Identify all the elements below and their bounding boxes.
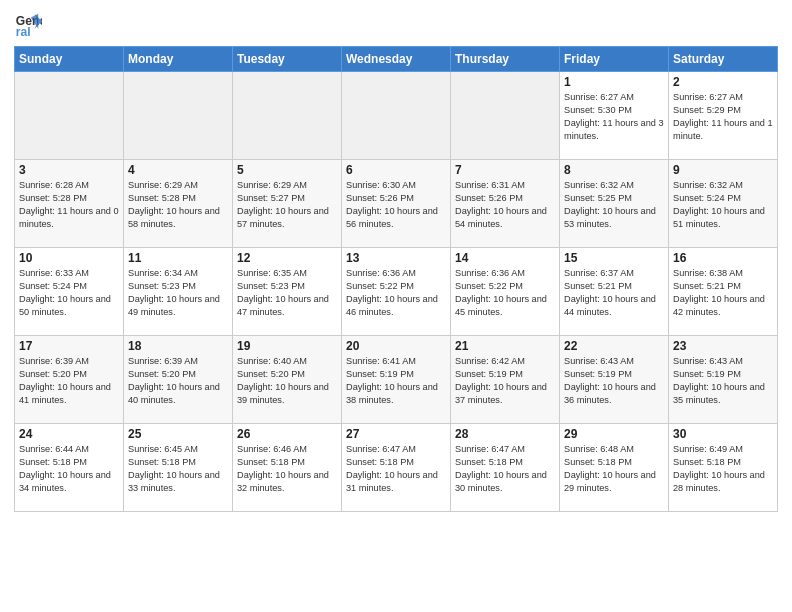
calendar-table: SundayMondayTuesdayWednesdayThursdayFrid… xyxy=(14,46,778,512)
day-info: Sunrise: 6:36 AM Sunset: 5:22 PM Dayligh… xyxy=(455,267,555,319)
day-info: Sunrise: 6:41 AM Sunset: 5:19 PM Dayligh… xyxy=(346,355,446,407)
day-info: Sunrise: 6:49 AM Sunset: 5:18 PM Dayligh… xyxy=(673,443,773,495)
day-number: 15 xyxy=(564,251,664,265)
day-cell: 24Sunrise: 6:44 AM Sunset: 5:18 PM Dayli… xyxy=(15,424,124,512)
day-info: Sunrise: 6:33 AM Sunset: 5:24 PM Dayligh… xyxy=(19,267,119,319)
header-cell-sunday: Sunday xyxy=(15,47,124,72)
logo: Gene ral xyxy=(14,10,46,38)
week-row-3: 10Sunrise: 6:33 AM Sunset: 5:24 PM Dayli… xyxy=(15,248,778,336)
day-number: 3 xyxy=(19,163,119,177)
day-number: 6 xyxy=(346,163,446,177)
day-cell: 13Sunrise: 6:36 AM Sunset: 5:22 PM Dayli… xyxy=(342,248,451,336)
calendar-body: 1Sunrise: 6:27 AM Sunset: 5:30 PM Daylig… xyxy=(15,72,778,512)
day-info: Sunrise: 6:43 AM Sunset: 5:19 PM Dayligh… xyxy=(673,355,773,407)
day-number: 12 xyxy=(237,251,337,265)
day-cell: 3Sunrise: 6:28 AM Sunset: 5:28 PM Daylig… xyxy=(15,160,124,248)
day-cell: 2Sunrise: 6:27 AM Sunset: 5:29 PM Daylig… xyxy=(669,72,778,160)
day-info: Sunrise: 6:43 AM Sunset: 5:19 PM Dayligh… xyxy=(564,355,664,407)
day-info: Sunrise: 6:29 AM Sunset: 5:27 PM Dayligh… xyxy=(237,179,337,231)
main-container: Gene ral SundayMondayTuesdayWednesdayThu… xyxy=(0,0,792,518)
header-cell-tuesday: Tuesday xyxy=(233,47,342,72)
header-cell-saturday: Saturday xyxy=(669,47,778,72)
day-cell xyxy=(342,72,451,160)
day-number: 16 xyxy=(673,251,773,265)
day-number: 2 xyxy=(673,75,773,89)
day-cell: 14Sunrise: 6:36 AM Sunset: 5:22 PM Dayli… xyxy=(451,248,560,336)
day-number: 24 xyxy=(19,427,119,441)
day-cell: 25Sunrise: 6:45 AM Sunset: 5:18 PM Dayli… xyxy=(124,424,233,512)
day-number: 29 xyxy=(564,427,664,441)
day-cell xyxy=(124,72,233,160)
day-cell: 26Sunrise: 6:46 AM Sunset: 5:18 PM Dayli… xyxy=(233,424,342,512)
day-info: Sunrise: 6:39 AM Sunset: 5:20 PM Dayligh… xyxy=(128,355,228,407)
day-info: Sunrise: 6:30 AM Sunset: 5:26 PM Dayligh… xyxy=(346,179,446,231)
day-info: Sunrise: 6:27 AM Sunset: 5:30 PM Dayligh… xyxy=(564,91,664,143)
day-info: Sunrise: 6:38 AM Sunset: 5:21 PM Dayligh… xyxy=(673,267,773,319)
week-row-5: 24Sunrise: 6:44 AM Sunset: 5:18 PM Dayli… xyxy=(15,424,778,512)
day-number: 1 xyxy=(564,75,664,89)
day-cell: 12Sunrise: 6:35 AM Sunset: 5:23 PM Dayli… xyxy=(233,248,342,336)
day-info: Sunrise: 6:36 AM Sunset: 5:22 PM Dayligh… xyxy=(346,267,446,319)
day-number: 18 xyxy=(128,339,228,353)
day-info: Sunrise: 6:44 AM Sunset: 5:18 PM Dayligh… xyxy=(19,443,119,495)
day-info: Sunrise: 6:46 AM Sunset: 5:18 PM Dayligh… xyxy=(237,443,337,495)
day-info: Sunrise: 6:39 AM Sunset: 5:20 PM Dayligh… xyxy=(19,355,119,407)
day-number: 26 xyxy=(237,427,337,441)
day-info: Sunrise: 6:47 AM Sunset: 5:18 PM Dayligh… xyxy=(346,443,446,495)
day-cell: 6Sunrise: 6:30 AM Sunset: 5:26 PM Daylig… xyxy=(342,160,451,248)
day-cell: 22Sunrise: 6:43 AM Sunset: 5:19 PM Dayli… xyxy=(560,336,669,424)
day-number: 20 xyxy=(346,339,446,353)
day-info: Sunrise: 6:34 AM Sunset: 5:23 PM Dayligh… xyxy=(128,267,228,319)
day-cell: 21Sunrise: 6:42 AM Sunset: 5:19 PM Dayli… xyxy=(451,336,560,424)
day-number: 30 xyxy=(673,427,773,441)
day-cell: 15Sunrise: 6:37 AM Sunset: 5:21 PM Dayli… xyxy=(560,248,669,336)
day-number: 21 xyxy=(455,339,555,353)
day-cell: 23Sunrise: 6:43 AM Sunset: 5:19 PM Dayli… xyxy=(669,336,778,424)
day-cell: 29Sunrise: 6:48 AM Sunset: 5:18 PM Dayli… xyxy=(560,424,669,512)
header-row: SundayMondayTuesdayWednesdayThursdayFrid… xyxy=(15,47,778,72)
day-number: 17 xyxy=(19,339,119,353)
logo-icon: Gene ral xyxy=(14,10,42,38)
day-cell: 18Sunrise: 6:39 AM Sunset: 5:20 PM Dayli… xyxy=(124,336,233,424)
day-cell: 19Sunrise: 6:40 AM Sunset: 5:20 PM Dayli… xyxy=(233,336,342,424)
day-cell: 28Sunrise: 6:47 AM Sunset: 5:18 PM Dayli… xyxy=(451,424,560,512)
header-cell-friday: Friday xyxy=(560,47,669,72)
header-cell-wednesday: Wednesday xyxy=(342,47,451,72)
day-info: Sunrise: 6:42 AM Sunset: 5:19 PM Dayligh… xyxy=(455,355,555,407)
day-info: Sunrise: 6:32 AM Sunset: 5:24 PM Dayligh… xyxy=(673,179,773,231)
calendar-header: SundayMondayTuesdayWednesdayThursdayFrid… xyxy=(15,47,778,72)
day-number: 5 xyxy=(237,163,337,177)
day-cell xyxy=(451,72,560,160)
day-info: Sunrise: 6:35 AM Sunset: 5:23 PM Dayligh… xyxy=(237,267,337,319)
day-info: Sunrise: 6:32 AM Sunset: 5:25 PM Dayligh… xyxy=(564,179,664,231)
day-number: 11 xyxy=(128,251,228,265)
day-info: Sunrise: 6:45 AM Sunset: 5:18 PM Dayligh… xyxy=(128,443,228,495)
day-cell: 4Sunrise: 6:29 AM Sunset: 5:28 PM Daylig… xyxy=(124,160,233,248)
day-number: 9 xyxy=(673,163,773,177)
day-number: 10 xyxy=(19,251,119,265)
day-number: 4 xyxy=(128,163,228,177)
day-cell: 27Sunrise: 6:47 AM Sunset: 5:18 PM Dayli… xyxy=(342,424,451,512)
day-number: 7 xyxy=(455,163,555,177)
header-cell-thursday: Thursday xyxy=(451,47,560,72)
day-info: Sunrise: 6:48 AM Sunset: 5:18 PM Dayligh… xyxy=(564,443,664,495)
day-cell: 9Sunrise: 6:32 AM Sunset: 5:24 PM Daylig… xyxy=(669,160,778,248)
svg-text:ral: ral xyxy=(16,25,31,38)
day-info: Sunrise: 6:28 AM Sunset: 5:28 PM Dayligh… xyxy=(19,179,119,231)
day-info: Sunrise: 6:37 AM Sunset: 5:21 PM Dayligh… xyxy=(564,267,664,319)
header: Gene ral xyxy=(14,10,778,38)
week-row-4: 17Sunrise: 6:39 AM Sunset: 5:20 PM Dayli… xyxy=(15,336,778,424)
day-info: Sunrise: 6:47 AM Sunset: 5:18 PM Dayligh… xyxy=(455,443,555,495)
day-cell: 1Sunrise: 6:27 AM Sunset: 5:30 PM Daylig… xyxy=(560,72,669,160)
day-number: 13 xyxy=(346,251,446,265)
header-cell-monday: Monday xyxy=(124,47,233,72)
day-info: Sunrise: 6:31 AM Sunset: 5:26 PM Dayligh… xyxy=(455,179,555,231)
day-cell: 16Sunrise: 6:38 AM Sunset: 5:21 PM Dayli… xyxy=(669,248,778,336)
day-cell xyxy=(15,72,124,160)
day-cell: 11Sunrise: 6:34 AM Sunset: 5:23 PM Dayli… xyxy=(124,248,233,336)
day-number: 19 xyxy=(237,339,337,353)
week-row-2: 3Sunrise: 6:28 AM Sunset: 5:28 PM Daylig… xyxy=(15,160,778,248)
day-number: 14 xyxy=(455,251,555,265)
day-cell: 10Sunrise: 6:33 AM Sunset: 5:24 PM Dayli… xyxy=(15,248,124,336)
day-number: 23 xyxy=(673,339,773,353)
